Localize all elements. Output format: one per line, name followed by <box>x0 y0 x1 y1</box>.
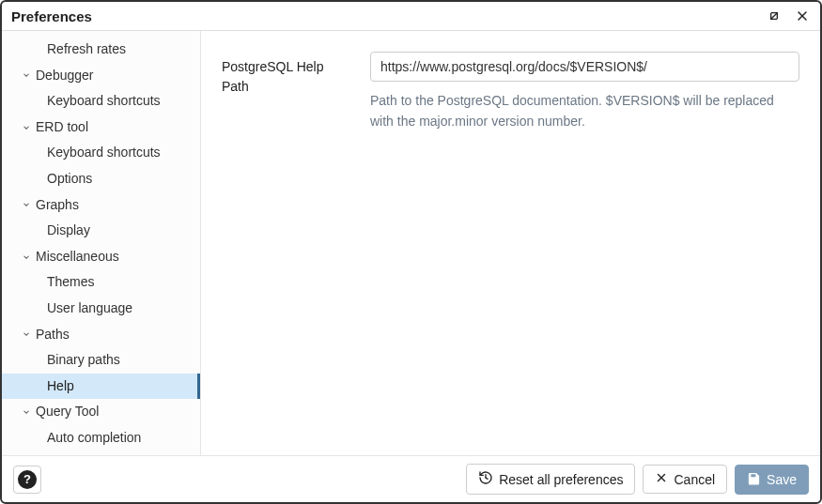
sidebar-item-help[interactable]: Help <box>2 374 200 400</box>
titlebar: Preferences <box>2 2 820 31</box>
pg-help-path-input[interactable] <box>370 52 799 82</box>
sidebar-group-label: Paths <box>36 326 70 344</box>
save-icon <box>747 471 761 488</box>
sidebar-group-paths[interactable]: Paths <box>2 322 200 348</box>
sidebar-group-query-tool[interactable]: Query Tool <box>2 399 200 425</box>
history-icon <box>478 470 493 488</box>
sidebar-item-user-language[interactable]: User language <box>2 296 200 322</box>
chevron-down-icon <box>21 122 32 133</box>
maximize-icon[interactable] <box>766 8 783 24</box>
close-icon[interactable] <box>794 8 811 24</box>
sidebar-item-csv-txt-output[interactable]: CSV/TXT Output <box>2 451 200 456</box>
sidebar-item-themes[interactable]: Themes <box>2 269 200 296</box>
main-panel: PostgreSQL Help Path Path to the Postgre… <box>201 31 820 455</box>
sidebar-group-label: Miscellaneous <box>36 248 119 267</box>
save-button[interactable]: Save <box>735 465 809 495</box>
sidebar: Refresh rates Debugger Keyboard shortcut… <box>2 31 201 455</box>
button-label: Save <box>767 472 797 487</box>
sidebar-item-refresh-rates[interactable]: Refresh rates <box>2 37 200 63</box>
button-label: Cancel <box>674 472 715 487</box>
help-button[interactable]: ? <box>13 466 41 494</box>
cancel-button[interactable]: Cancel <box>643 465 727 494</box>
field-help-text: Path to the PostgreSQL documentation. $V… <box>370 91 799 131</box>
sidebar-item-binary-paths[interactable]: Binary paths <box>2 347 200 374</box>
sidebar-item-label: Refresh rates <box>47 40 126 59</box>
sidebar-item-label: Keyboard shortcuts <box>47 92 161 111</box>
chevron-down-icon <box>21 252 32 263</box>
sidebar-group-label: Query Tool <box>36 403 99 421</box>
sidebar-item-label: Auto completion <box>47 429 141 448</box>
sidebar-item-erd-options[interactable]: Options <box>2 166 200 192</box>
field-label-pg-help-path: PostgreSQL Help Path <box>222 52 353 97</box>
titlebar-buttons <box>766 8 811 24</box>
sidebar-item-debugger-keyboard-shortcuts[interactable]: Keyboard shortcuts <box>2 88 200 115</box>
preferences-dialog: Preferences Refresh rates <box>0 0 822 504</box>
sidebar-item-label: Help <box>47 377 74 396</box>
sidebar-group-graphs[interactable]: Graphs <box>2 192 200 219</box>
sidebar-item-label: Options <box>47 170 92 189</box>
sidebar-item-label: Themes <box>47 273 95 292</box>
dialog-title: Preferences <box>11 8 92 24</box>
help-icon: ? <box>18 470 37 489</box>
dialog-footer: ? Reset all preferences Cancel Save <box>2 455 820 502</box>
sidebar-item-label: CSV/TXT Output <box>47 455 146 456</box>
sidebar-item-label: Binary paths <box>47 351 120 370</box>
sidebar-group-label: Debugger <box>36 67 94 85</box>
sidebar-item-label: User language <box>47 299 132 318</box>
sidebar-group-label: ERD tool <box>36 118 88 137</box>
sidebar-scroll[interactable]: Refresh rates Debugger Keyboard shortcut… <box>2 31 200 455</box>
chevron-down-icon <box>21 199 32 210</box>
sidebar-group-miscellaneous[interactable]: Miscellaneous <box>2 244 200 270</box>
button-label: Reset all preferences <box>499 472 623 487</box>
sidebar-group-label: Graphs <box>36 196 79 215</box>
sidebar-group-erd-tool[interactable]: ERD tool <box>2 115 200 141</box>
sidebar-item-graphs-display[interactable]: Display <box>2 218 200 244</box>
close-icon <box>655 471 668 487</box>
sidebar-item-label: Display <box>47 221 90 240</box>
chevron-down-icon <box>21 69 32 81</box>
sidebar-group-debugger[interactable]: Debugger <box>2 63 200 89</box>
sidebar-item-auto-completion[interactable]: Auto completion <box>2 425 200 451</box>
svg-line-1 <box>486 478 488 479</box>
chevron-down-icon <box>21 328 32 340</box>
sidebar-item-label: Keyboard shortcuts <box>47 144 161 162</box>
sidebar-item-erd-keyboard-shortcuts[interactable]: Keyboard shortcuts <box>2 140 200 166</box>
reset-all-preferences-button[interactable]: Reset all preferences <box>466 464 635 495</box>
chevron-down-icon <box>21 406 32 418</box>
